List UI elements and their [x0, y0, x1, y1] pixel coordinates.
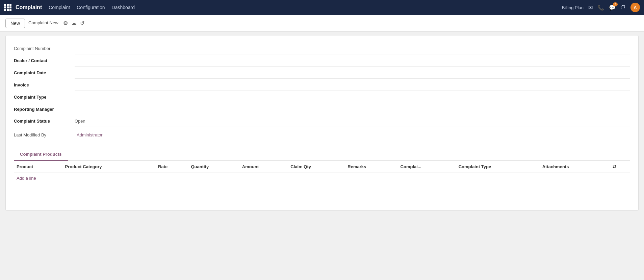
complaint-status-label: Complaint Status — [14, 115, 75, 127]
billing-plan-label: Billing Plan — [562, 5, 584, 10]
clock-icon[interactable]: ⏱ — [620, 4, 626, 10]
complaint-type-input[interactable] — [75, 93, 630, 101]
navbar-right: Billing Plan ✉ 📞 💬 3 ⏱ A — [562, 3, 640, 12]
table-header: Product Product Category Rate Quantity A… — [14, 161, 630, 173]
col-attachments: Attachments — [540, 161, 610, 173]
footer-space — [5, 211, 639, 231]
navbar: Complaint Complaint Configuration Dashbo… — [0, 0, 644, 15]
complaint-number-field — [75, 42, 630, 54]
col-amount: Amount — [239, 161, 288, 173]
complaint-number-label: Complaint Number — [14, 42, 75, 54]
col-remarks: Remarks — [345, 161, 397, 173]
refresh-icon[interactable]: ↺ — [80, 20, 84, 26]
nav-dashboard[interactable]: Dashboard — [112, 3, 135, 11]
last-modified-field: Administrator — [75, 127, 630, 143]
invoice-field — [75, 79, 630, 91]
cloud-icon[interactable]: ☁ — [71, 20, 77, 26]
breadcrumb-current: New — [50, 21, 58, 25]
brand-name[interactable]: Complaint — [16, 4, 42, 10]
phone-icon[interactable]: 📞 — [597, 4, 604, 11]
breadcrumb: ComplaintNew — [28, 21, 58, 25]
nav-complaint[interactable]: Complaint — [49, 3, 70, 11]
complaint-type-field — [75, 91, 630, 103]
invoice-label: Invoice — [14, 79, 75, 91]
last-modified-label: Last Modified By — [14, 127, 75, 143]
reporting-manager-field — [75, 103, 630, 115]
bottom-padding — [14, 183, 630, 210]
form-card: Complaint Number Dealer / Contact Compla… — [5, 35, 639, 211]
reporting-manager-label: Reporting Manager — [14, 103, 75, 115]
col-quantity: Quantity — [188, 161, 239, 173]
chat-badge: 3 — [613, 2, 618, 6]
toolbar-icons: ⚙ ☁ ↺ — [63, 20, 84, 26]
dealer-label: Dealer / Contact — [14, 54, 75, 67]
complaint-number-input[interactable] — [75, 44, 630, 52]
tab-content: Product Product Category Rate Quantity A… — [14, 161, 630, 183]
avatar[interactable]: A — [630, 3, 640, 12]
complaint-date-label: Complaint Date — [14, 67, 75, 79]
col-rate: Rate — [155, 161, 188, 173]
dealer-field — [75, 54, 630, 67]
navbar-brand: Complaint — [4, 4, 42, 11]
nav-links: Complaint Configuration Dashboard — [49, 3, 555, 11]
complaint-date-field — [75, 67, 630, 79]
col-claim-qty: Claim Qty — [288, 161, 345, 173]
form-grid: Complaint Number Dealer / Contact Compla… — [14, 42, 630, 143]
tab-section: Complaint Products Product Product Categ… — [14, 148, 630, 183]
col-complai: Complai... — [398, 161, 456, 173]
complaint-type-label: Complaint Type — [14, 91, 75, 103]
settings-icon[interactable]: ⚙ — [63, 20, 68, 26]
dealer-input[interactable] — [75, 56, 630, 64]
add-line-cell[interactable]: Add a line — [14, 173, 630, 184]
last-modified-value[interactable]: Administrator — [75, 129, 105, 141]
tab-header: Complaint Products — [14, 148, 630, 161]
chat-icon[interactable]: 💬 3 — [609, 4, 616, 11]
table-body: Add a line — [14, 173, 630, 184]
tab-complaint-products[interactable]: Complaint Products — [14, 148, 68, 161]
toolbar: New ComplaintNew ⚙ ☁ ↺ — [0, 15, 644, 32]
grid-menu-icon[interactable] — [4, 4, 11, 11]
complaint-status-value: Open — [75, 119, 85, 124]
complaint-date-input[interactable] — [75, 69, 630, 76]
breadcrumb-parent[interactable]: Complaint — [28, 21, 48, 25]
reporting-manager-input[interactable] — [75, 105, 630, 113]
products-table: Product Product Category Rate Quantity A… — [14, 161, 630, 183]
col-product-category: Product Category — [62, 161, 155, 173]
main-content: Complaint Number Dealer / Contact Compla… — [0, 32, 644, 280]
add-line-row[interactable]: Add a line — [14, 173, 630, 184]
col-product: Product — [14, 161, 62, 173]
mail-icon[interactable]: ✉ — [588, 4, 593, 11]
new-button[interactable]: New — [5, 19, 25, 28]
invoice-input[interactable] — [75, 81, 630, 88]
nav-configuration[interactable]: Configuration — [77, 3, 105, 11]
complaint-status-field: Open — [75, 115, 630, 127]
col-complaint-type: Complaint Type — [456, 161, 540, 173]
col-sort-icon[interactable]: ⇄ — [610, 161, 630, 173]
